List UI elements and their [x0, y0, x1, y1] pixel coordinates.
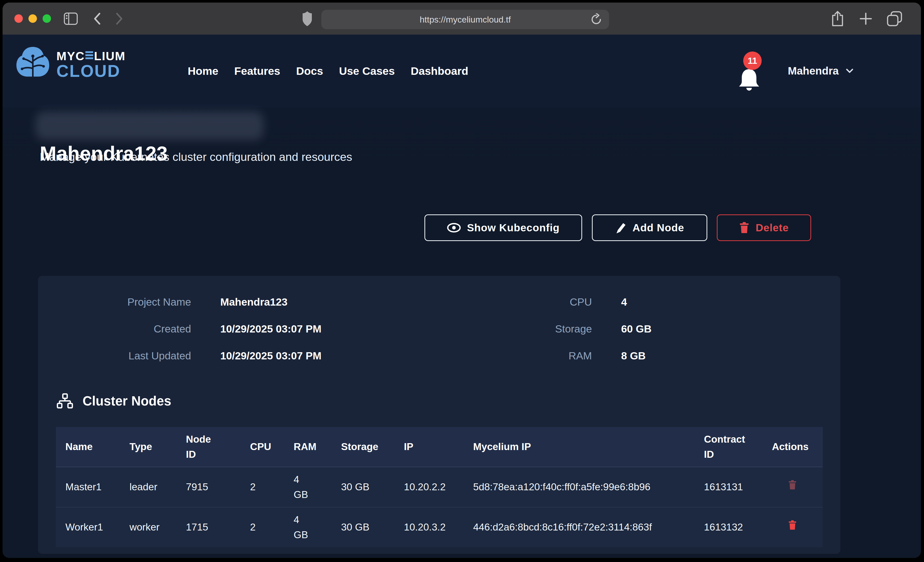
delete-node-button[interactable]	[762, 480, 823, 495]
notification-badge: 11	[743, 51, 762, 70]
created-value: 10/29/2025 03:07 PM	[191, 323, 448, 335]
sidebar-toggle-icon[interactable]	[64, 3, 78, 34]
cell-ip: 10.20.3.2	[394, 520, 464, 535]
cpu-value: 4	[592, 296, 840, 308]
ram-value: 8 GB	[592, 350, 840, 362]
col-actions: Actions	[762, 439, 823, 454]
table-header-row: Name Type Node ID CPU RAM Storage IP Myc…	[56, 427, 823, 467]
browser-toolbar: https://myceliumcloud.tf	[3, 3, 921, 34]
bell-icon	[738, 67, 760, 92]
shield-icon[interactable]	[302, 3, 312, 34]
page-title: Mahendra123	[40, 142, 168, 165]
blurred-redaction	[35, 111, 264, 140]
cluster-nodes-table: Name Type Node ID CPU RAM Storage IP Myc…	[56, 427, 823, 547]
cell-mycelium-ip: 5d8:78ea:a120:f40c:ff0f:a5fe:99e6:8b96	[464, 480, 694, 495]
cluster-info-grid: Project Name Mahendra123 CPU 4 Created 1…	[38, 289, 840, 369]
cluster-nodes-heading: Cluster Nodes	[56, 393, 171, 408]
minimize-traffic-icon[interactable]	[28, 14, 37, 23]
notifications-button[interactable]: 11	[738, 67, 766, 96]
last-updated-label: Last Updated	[38, 350, 191, 362]
nav-link-features[interactable]: Features	[234, 65, 280, 77]
back-icon[interactable]	[93, 3, 102, 34]
user-menu[interactable]: Mahendra	[788, 34, 854, 107]
col-mycelium-ip: Mycelium IP	[464, 439, 694, 454]
add-node-button[interactable]: Add Node	[592, 214, 707, 241]
cpu-label: CPU	[448, 296, 592, 308]
table-row-master1: Master1 leader 7915 2 4 GB 30 GB 10.20.2…	[56, 467, 823, 507]
storage-value: 60 GB	[592, 323, 840, 335]
col-cpu: CPU	[240, 439, 284, 454]
col-node-id: Node ID	[177, 432, 240, 462]
cell-node-id: 1715	[177, 520, 240, 535]
last-updated-value: 10/29/2025 03:07 PM	[191, 350, 448, 362]
nav-link-docs[interactable]: Docs	[296, 65, 323, 77]
col-storage: Storage	[332, 439, 394, 454]
nav-link-use-cases[interactable]: Use Cases	[339, 65, 395, 77]
cell-ip: 10.20.2.2	[394, 480, 464, 495]
cell-ram: 4 GB	[284, 512, 332, 542]
show-kubeconfig-button[interactable]: Show Kubeconfig	[424, 214, 582, 241]
new-tab-icon[interactable]	[860, 3, 872, 34]
logo[interactable]: MYCLIUM CLOUD	[16, 45, 125, 84]
cell-cpu: 2	[240, 520, 284, 535]
nav-link-home[interactable]: Home	[188, 65, 218, 77]
delete-node-button[interactable]	[762, 520, 823, 535]
cell-contract-id: 1613131	[694, 480, 762, 495]
logo-e-glyph	[86, 51, 93, 60]
storage-label: Storage	[448, 323, 592, 335]
cell-name: Master1	[56, 480, 120, 495]
page-content: Mahendra123 Manage your Kubernetes clust…	[3, 34, 921, 558]
browser-window: https://myceliumcloud.tf	[3, 3, 921, 558]
share-icon[interactable]	[831, 3, 844, 34]
tabs-icon[interactable]	[886, 3, 903, 34]
trash-icon	[739, 222, 749, 234]
created-label: Created	[38, 323, 191, 335]
reload-icon[interactable]	[590, 13, 602, 25]
cell-storage: 30 GB	[332, 480, 394, 495]
cell-ram: 4 GB	[284, 472, 332, 502]
delete-cluster-button[interactable]: Delete	[717, 214, 811, 241]
ram-label: RAM	[448, 350, 592, 362]
top-navbar: MYCLIUM CLOUD Home Features Docs Use Cas…	[3, 34, 921, 107]
address-bar[interactable]: https://myceliumcloud.tf	[321, 10, 609, 29]
trash-icon	[788, 520, 797, 531]
cluster-info-card: Project Name Mahendra123 CPU 4 Created 1…	[38, 276, 840, 554]
col-contract-id: Contract ID	[694, 432, 762, 462]
cell-type: leader	[120, 480, 177, 495]
cell-storage: 30 GB	[332, 520, 394, 535]
url-text: https://myceliumcloud.tf	[420, 15, 511, 25]
cell-type: worker	[120, 520, 177, 535]
col-type: Type	[120, 439, 177, 454]
forward-icon[interactable]	[115, 3, 124, 34]
col-ram: RAM	[284, 439, 332, 454]
cell-contract-id: 1613132	[694, 520, 762, 535]
project-name-label: Project Name	[38, 296, 191, 308]
user-name: Mahendra	[788, 65, 838, 77]
nav-link-dashboard[interactable]: Dashboard	[411, 65, 468, 77]
cell-cpu: 2	[240, 480, 284, 495]
cluster-nodes-title: Cluster Nodes	[82, 393, 171, 408]
project-name-value: Mahendra123	[191, 296, 448, 308]
cluster-nodes-icon	[56, 393, 74, 408]
eye-icon	[447, 223, 461, 233]
cell-name: Worker1	[56, 520, 120, 535]
cell-mycelium-ip: 446:d2a6:8bcd:8c16:ff0f:72e2:3114:863f	[464, 520, 694, 535]
col-ip: IP	[394, 439, 464, 454]
pencil-icon	[615, 221, 626, 234]
close-traffic-icon[interactable]	[14, 14, 23, 23]
cell-node-id: 7915	[177, 480, 240, 495]
chevron-down-icon	[846, 69, 854, 73]
nav-links: Home Features Docs Use Cases Dashboard	[188, 34, 468, 107]
logo-text: MYCLIUM CLOUD	[56, 50, 125, 79]
table-row-worker1: Worker1 worker 1715 2 4 GB 30 GB 10.20.3…	[56, 507, 823, 547]
cluster-actions: Show Kubeconfig Add Node	[3, 214, 921, 241]
logo-line1: MYCLIUM	[56, 50, 125, 62]
trash-icon	[788, 480, 797, 490]
logo-line2: CLOUD	[56, 63, 125, 79]
col-name: Name	[56, 439, 120, 454]
logo-mark	[16, 45, 50, 84]
traffic-lights	[14, 14, 51, 23]
zoom-traffic-icon[interactable]	[43, 14, 51, 23]
